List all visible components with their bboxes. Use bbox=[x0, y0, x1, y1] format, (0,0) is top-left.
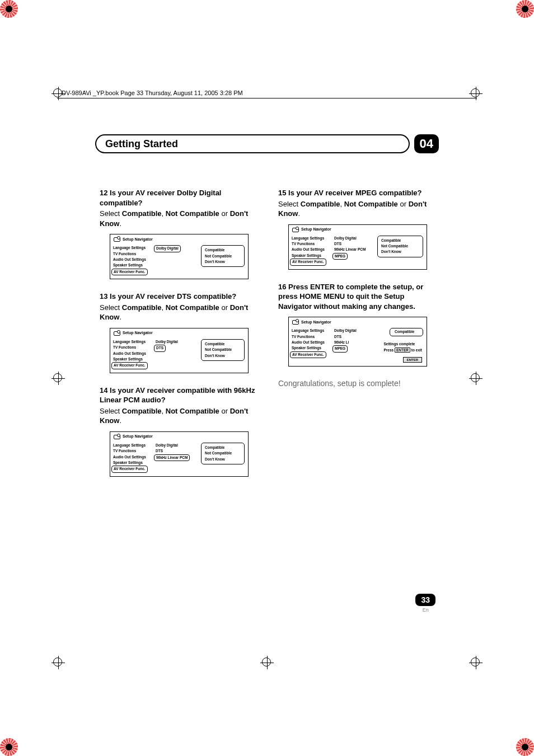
right-column: 15 Is your AV receiver MPEG compatible? … bbox=[278, 188, 439, 489]
nav-box-12: Setup Navigator Language SettingsTV Func… bbox=[110, 234, 249, 279]
reg-mark-tr bbox=[516, 0, 534, 18]
page-lang: En bbox=[415, 607, 435, 613]
section-header: Getting Started 04 bbox=[95, 134, 439, 153]
nav-left-list: Language SettingsTV FunctionsAudio Out S… bbox=[292, 236, 332, 266]
nav-icon bbox=[114, 330, 120, 336]
nav-options-single: Compatible bbox=[390, 328, 423, 336]
nav-icon bbox=[114, 236, 120, 242]
crosshair-bottom bbox=[260, 656, 274, 669]
page-footer: 33 En bbox=[415, 594, 435, 613]
nav-title: Setup Navigator bbox=[123, 237, 153, 241]
book-page-header: DV-989AVi _YP.book Page 33 Thursday, Aug… bbox=[62, 90, 243, 96]
reg-mark-tl bbox=[0, 0, 18, 18]
nav-options: CompatibleNot CompatibleDon't Know bbox=[201, 339, 245, 361]
chapter-badge: 04 bbox=[414, 134, 439, 153]
nav-left-list: Language SettingsTV FunctionsAudio Out S… bbox=[113, 245, 153, 275]
crosshair-right bbox=[469, 372, 483, 385]
step-15-title: 15 Is your AV receiver MPEG compatible? bbox=[278, 188, 439, 198]
step-12-body: Select Compatible, Not Compatible or Don… bbox=[100, 209, 260, 228]
step-14-title: 14 Is your AV receiver compatible with 9… bbox=[100, 386, 260, 405]
page-number: 33 bbox=[415, 594, 435, 606]
enter-button[interactable]: ENTER bbox=[403, 357, 422, 363]
nav-left-list: Language SettingsTV FunctionsAudio Out S… bbox=[292, 328, 332, 363]
nav-options: CompatibleNot CompatibleDon't Know bbox=[377, 236, 423, 257]
nav-options: CompatibleNot CompatibleDon't Know bbox=[201, 443, 245, 464]
step-15-body: Select Compatible, Not Compatible or Don… bbox=[278, 199, 439, 219]
congrats-text: Congratulations, setup is complete! bbox=[278, 379, 439, 388]
nav-left-list: Language SettingsTV FunctionsAudio Out S… bbox=[113, 443, 153, 473]
nav-box-13: Setup Navigator Language SettingsTV Func… bbox=[110, 328, 249, 373]
step-16-title: 16 Press ENTER to complete the setup, or… bbox=[278, 282, 439, 312]
nav-mid-list: Dolby DigitalDTS96kHz Linear PCMMPEG bbox=[334, 236, 372, 266]
nav-title: Setup Navigator bbox=[123, 331, 153, 335]
header-rule bbox=[57, 98, 477, 98]
nav-box-16: Setup Navigator Language SettingsTV Func… bbox=[288, 317, 427, 367]
nav-mid-list: Dolby Digital bbox=[156, 245, 194, 275]
nav-mid-list: Dolby DigitalDTS96kHz Linear PCM bbox=[156, 443, 194, 473]
crosshair-bl bbox=[51, 656, 65, 669]
step-14-body: Select Compatible, Not Compatible or Don… bbox=[100, 406, 260, 426]
nav-options: CompatibleNot CompatibleDon't Know bbox=[201, 245, 245, 267]
nav-icon bbox=[292, 319, 299, 325]
nav-left-list: Language SettingsTV FunctionsAudio Out S… bbox=[113, 339, 153, 369]
left-column: 12 Is your AV receiver Dolby Digital com… bbox=[100, 188, 260, 489]
section-title: Getting Started bbox=[95, 134, 410, 153]
step-13-title: 13 Is your AV receiver DTS compatible? bbox=[100, 292, 260, 302]
nav-title: Setup Navigator bbox=[301, 227, 331, 231]
nav-complete-msg: Settings complete Press ENTER to exit bbox=[383, 341, 422, 353]
step-13-body: Select Compatible, Not Compatible or Don… bbox=[100, 303, 260, 322]
reg-mark-br bbox=[516, 738, 534, 756]
crosshair-left bbox=[51, 372, 65, 385]
nav-icon bbox=[292, 227, 299, 232]
nav-title: Setup Navigator bbox=[123, 434, 153, 438]
nav-icon bbox=[114, 434, 120, 439]
nav-box-14: Setup Navigator Language SettingsTV Func… bbox=[110, 431, 249, 477]
reg-mark-bl bbox=[0, 738, 18, 756]
nav-title: Setup Navigator bbox=[301, 320, 331, 324]
nav-box-15: Setup Navigator Language SettingsTV Func… bbox=[288, 224, 427, 270]
crosshair-br bbox=[469, 656, 483, 669]
nav-mid-list: Dolby DigitalDTS bbox=[156, 339, 194, 369]
nav-mid-list: Dolby DigitalDTS96kHz LiMPEG bbox=[334, 328, 372, 363]
step-12-title: 12 Is your AV receiver Dolby Digital com… bbox=[100, 188, 260, 208]
